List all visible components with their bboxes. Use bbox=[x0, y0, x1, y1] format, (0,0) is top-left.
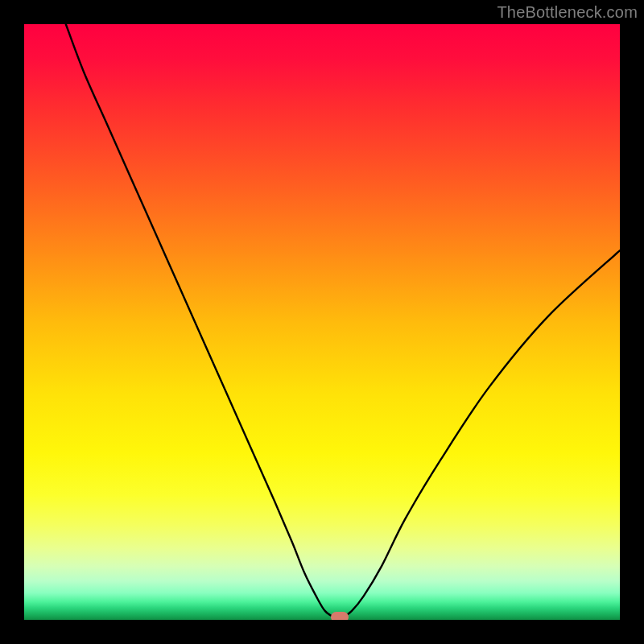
chart-frame: TheBottleneck.com bbox=[0, 0, 644, 644]
watermark-text: TheBottleneck.com bbox=[497, 3, 638, 22]
plot-area bbox=[24, 24, 620, 620]
optimal-point-marker bbox=[331, 612, 349, 620]
bottleneck-curve bbox=[24, 24, 620, 620]
